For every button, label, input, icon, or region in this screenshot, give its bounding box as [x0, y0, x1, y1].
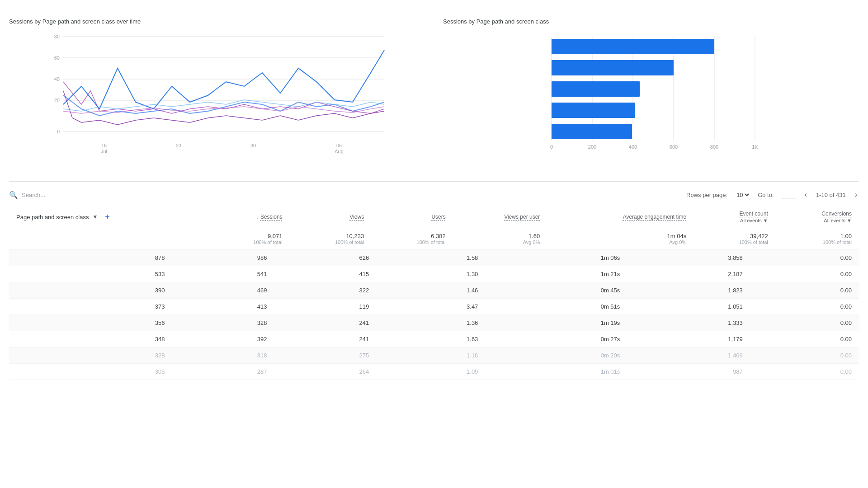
row-views: 318	[172, 347, 274, 364]
svg-rect-31	[552, 103, 635, 118]
row-users: 264	[274, 364, 376, 380]
total-views-per-user-value: 1.60	[528, 233, 540, 239]
charts-section: Sessions by Page path and screen class o…	[9, 9, 859, 168]
bar-chart-svg: 0 200 400 600 800 1K	[443, 32, 859, 159]
row-event-count: 1,823	[627, 282, 750, 299]
total-users-value: 6,382	[431, 233, 446, 239]
row-views: 541	[172, 266, 274, 282]
row-sessions: 373	[70, 299, 172, 315]
search-input[interactable]	[22, 192, 112, 198]
total-event-count-cell: 39,422 100% of total	[693, 228, 775, 250]
svg-text:06: 06	[336, 143, 342, 148]
next-page-button[interactable]: ›	[853, 189, 859, 201]
event-count-label: Event count	[739, 211, 768, 217]
row-dimension-cell	[9, 299, 70, 315]
users-column-header[interactable]: Users	[371, 206, 453, 228]
svg-rect-28	[552, 39, 714, 54]
row-views-per-user: 1.46	[376, 282, 485, 299]
row-users: 322	[274, 282, 376, 299]
rows-per-page-select[interactable]: 10 25 50	[735, 191, 750, 199]
row-users: 415	[274, 266, 376, 282]
total-avg-eng-time-value: 1m 04s	[667, 233, 687, 239]
row-users: 241	[274, 331, 376, 347]
row-avg-eng-time: 0m 45s	[485, 282, 627, 299]
svg-text:0: 0	[550, 144, 553, 150]
event-count-column-header[interactable]: Event count All events ▼	[693, 206, 775, 228]
total-views-cell: 10,233 100% of total	[290, 228, 372, 250]
row-conversions: 0.00	[750, 331, 859, 347]
row-event-count: 1,333	[627, 315, 750, 331]
prev-page-button[interactable]: ‹	[803, 189, 809, 201]
sessions-sort-arrow: ↓	[256, 214, 259, 220]
views-per-user-column-header[interactable]: Views per user	[453, 206, 547, 228]
add-dimension-button[interactable]: +	[105, 212, 110, 222]
views-column-header[interactable]: Views	[290, 206, 372, 228]
row-conversions: 0.00	[750, 347, 859, 364]
table-row: 878 986 626 1.58 1m 06s 3,858 0.00	[9, 250, 859, 266]
row-users: 275	[274, 347, 376, 364]
conversions-label: Conversions	[821, 211, 852, 217]
sessions-label: Sessions	[260, 214, 283, 220]
conversions-dropdown[interactable]: All events ▼	[783, 218, 852, 223]
svg-text:200: 200	[588, 144, 596, 150]
row-dimension-cell	[9, 347, 70, 364]
pagination-info: 1-10 of 431	[816, 192, 846, 198]
total-views-per-user-sub: Avg 0%	[460, 239, 540, 245]
row-views: 287	[172, 364, 274, 380]
bar-chart-container: Sessions by Page path and screen class 0…	[443, 18, 859, 159]
row-dimension-cell	[9, 331, 70, 347]
row-conversions: 0.00	[750, 364, 859, 380]
row-avg-eng-time: 0m 27s	[485, 331, 627, 347]
users-label: Users	[431, 214, 445, 220]
row-views-per-user: 3.47	[376, 299, 485, 315]
svg-text:16: 16	[101, 143, 107, 148]
bar-chart-title: Sessions by Page path and screen class	[443, 18, 859, 25]
row-views: 328	[172, 315, 274, 331]
table-row: 328 318 275 1.16 0m 20s 1,469 0.00	[9, 347, 859, 364]
total-users-cell: 6,382 100% of total	[371, 228, 453, 250]
row-users: 626	[274, 250, 376, 266]
total-dimension-cell	[9, 228, 208, 250]
table-row: 373 413 119 3.47 0m 51s 1,051 0.00	[9, 299, 859, 315]
row-sessions: 878	[70, 250, 172, 266]
total-conversions-sub: 100% of total	[783, 239, 852, 245]
total-conversions-cell: 1.00 100% of total	[775, 228, 859, 250]
row-views: 469	[172, 282, 274, 299]
row-conversions: 0.00	[750, 315, 859, 331]
row-event-count: 3,858	[627, 250, 750, 266]
row-avg-eng-time: 0m 20s	[485, 347, 627, 364]
line-chart-container: Sessions by Page path and screen class o…	[9, 18, 425, 159]
svg-text:60: 60	[54, 55, 60, 61]
conversions-column-header[interactable]: Conversions All events ▼	[775, 206, 859, 228]
row-sessions: 328	[70, 347, 172, 364]
table-section: 🔍 Rows per page: 10 25 50 Go to: 1 ‹ 1-1…	[9, 181, 859, 380]
svg-text:600: 600	[670, 144, 678, 150]
goto-input[interactable]: 1	[781, 191, 796, 198]
svg-rect-30	[552, 81, 640, 97]
row-views: 413	[172, 299, 274, 315]
main-container: Sessions by Page path and screen class o…	[0, 0, 868, 488]
table-row: 390 469 322 1.46 0m 45s 1,823 0.00	[9, 282, 859, 299]
total-sessions-cell: 9,071 100% of total	[208, 228, 290, 250]
row-sessions: 356	[70, 315, 172, 331]
avg-engagement-time-column-header[interactable]: Average engagement time	[547, 206, 693, 228]
svg-text:80: 80	[54, 34, 60, 39]
views-label: Views	[349, 214, 364, 220]
total-event-count-sub: 100% of total	[701, 239, 768, 245]
row-dimension-cell	[9, 250, 70, 266]
svg-text:Aug: Aug	[335, 149, 344, 154]
total-views-value: 10,233	[346, 233, 364, 239]
table-row: 305 287 264 1.09 1m 01s 987 0.00	[9, 364, 859, 380]
row-views-per-user: 1.63	[376, 331, 485, 347]
table-controls: 🔍 Rows per page: 10 25 50 Go to: 1 ‹ 1-1…	[9, 189, 859, 201]
dimension-column-header[interactable]: Page path and screen class ▼ +	[9, 206, 208, 228]
views-per-user-label: Views per user	[504, 214, 540, 220]
total-event-count-value: 39,422	[750, 233, 768, 239]
row-views-per-user: 1.58	[376, 250, 485, 266]
sessions-column-header[interactable]: ↓Sessions	[208, 206, 290, 228]
dimension-dropdown[interactable]: ▼	[92, 214, 98, 220]
event-count-dropdown[interactable]: All events ▼	[701, 218, 768, 223]
row-sessions: 533	[70, 266, 172, 282]
total-views-sub: 100% of total	[297, 239, 364, 245]
data-table: Page path and screen class ▼ + ↓Sessions…	[9, 206, 859, 250]
